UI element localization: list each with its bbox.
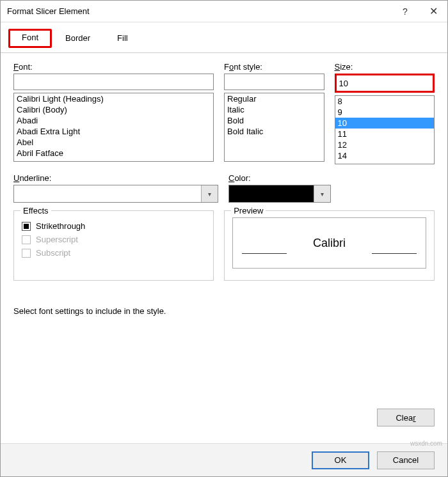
color-combo[interactable]: ▾ [228,185,331,203]
underline-label: Underline: [13,173,218,183]
font-listbox[interactable]: Calibri Light (Headings) Calibri (Body) … [13,93,214,162]
list-item[interactable]: 14 [335,150,435,161]
superscript-label: Superscript [36,235,78,244]
close-button[interactable]: ✕ [419,1,447,22]
superscript-checkbox [22,235,31,244]
subscript-row: Subscript [22,248,205,258]
list-item[interactable]: 11 [335,129,435,139]
tab-content: Font: Calibri Light (Headings) Calibri (… [1,53,447,316]
list-item[interactable]: Abel [14,137,213,148]
help-button[interactable]: ? [391,1,419,22]
list-item[interactable]: Regular [225,93,324,104]
help-text: Select font settings to include in the s… [13,306,435,316]
tab-font[interactable]: Font [8,29,52,48]
preview-text: Calibri [313,237,346,250]
list-item[interactable]: 12 [335,139,435,150]
underline-value [14,185,201,202]
superscript-row: Superscript [22,235,205,244]
preview-baseline [372,253,417,254]
list-item[interactable]: Calibri Light (Headings) [14,93,213,104]
font-input[interactable] [13,74,214,90]
effects-group: Effects Strikethrough Superscript Subscr… [13,210,214,281]
size-input[interactable] [335,74,435,93]
preview-group: Preview Calibri [224,210,435,281]
size-label: Size: [335,62,435,72]
strikethrough-checkbox[interactable] [22,222,31,231]
chevron-down-icon[interactable]: ▾ [201,185,218,202]
list-item[interactable]: Calibri (Body) [14,104,213,115]
list-item[interactable]: Italic [225,104,324,115]
list-item[interactable]: 8 [335,96,435,107]
preview-baseline [242,253,287,254]
underline-combo[interactable]: ▾ [13,185,218,203]
chevron-down-icon[interactable]: ▾ [314,185,330,202]
list-item[interactable]: Abadi Extra Light [14,126,213,137]
font-style-label: Font style: [224,62,324,72]
titlebar: Format Slicer Element ? ✕ [1,1,447,22]
font-style-input[interactable] [224,74,324,90]
subscript-checkbox [22,249,31,258]
list-item[interactable]: Bold Italic [225,126,324,137]
list-item[interactable]: 10 [335,118,435,129]
subscript-label: Subscript [36,248,70,258]
list-item[interactable]: Bold [225,115,324,126]
list-item[interactable]: Abril Fatface [14,148,213,159]
cancel-button[interactable]: Cancel [377,451,435,469]
list-item[interactable]: 9 [335,107,435,118]
font-label: Font: [13,62,214,72]
format-slicer-dialog: Format Slicer Element ? ✕ Font Border Fi… [0,0,448,477]
dialog-title: Format Slicer Element [7,6,391,16]
font-style-listbox[interactable]: Regular Italic Bold Bold Italic [224,93,324,162]
color-label: Color: [228,173,331,183]
preview-legend: Preview [231,206,266,215]
effects-legend: Effects [20,206,51,215]
tab-border[interactable]: Border [52,29,104,48]
strikethrough-label: Strikethrough [36,221,85,231]
preview-box: Calibri [232,217,426,269]
tab-fill[interactable]: Fill [104,29,141,48]
tab-strip: Font Border Fill [1,22,447,53]
list-item[interactable]: Abadi [14,115,213,126]
strikethrough-row[interactable]: Strikethrough [22,221,205,231]
color-swatch [229,185,314,202]
size-listbox[interactable]: 8 9 10 11 12 14 [335,95,435,164]
dialog-footer: OK Cancel [1,443,447,476]
clear-button[interactable]: Clear [377,409,435,426]
ok-button[interactable]: OK [312,451,369,469]
watermark: wsxdn.com [410,440,442,447]
